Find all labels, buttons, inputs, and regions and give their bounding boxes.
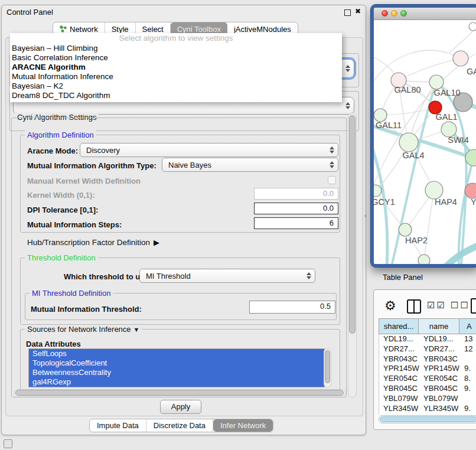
bottom-tab-discretize-data[interactable]: Discretize Data (146, 419, 213, 432)
table-row[interactable]: YPR145WYPR145W9. (379, 364, 476, 374)
network-node[interactable] (453, 51, 468, 66)
control-panel-window: Control Panel ✖ NetworkStyleSelectCyni T… (1, 5, 366, 435)
table-cell: YBL079W (379, 394, 419, 404)
bottom-tab-infer-network[interactable]: Infer Network (213, 419, 273, 432)
table-body: YDL19...YDL19...13YDR27...YDR27...12YBR0… (379, 334, 476, 415)
dpi-tolerance-label: DPI Tolerance [0,1]: (27, 206, 98, 214)
table-row[interactable]: YBR045CYBR045C9. (379, 384, 476, 394)
dropdown-item[interactable]: Bayesian – K2 (10, 81, 342, 91)
table-row[interactable]: YBL079WYBL079W (379, 394, 476, 404)
gear-icon[interactable]: ⚙ (384, 298, 396, 313)
table-cell: YIL052C (379, 413, 419, 415)
zoom-traffic-light[interactable] (400, 10, 407, 17)
manual-kernel-label: Manual Kernel Width Definition (27, 177, 141, 185)
network-canvas[interactable]: GALGAL80GAL10GAL1GAL11SWI4GAL4GCY1HAP4YH… (374, 20, 476, 264)
table-row[interactable]: YDL19...YDL19...13 (379, 334, 476, 344)
table-column-header[interactable]: shared... (379, 318, 419, 334)
tab-label: Cyni Toolbox (177, 25, 221, 34)
table-cell: YER054C (419, 374, 460, 384)
tab-label: Network (70, 25, 98, 34)
network-node[interactable] (418, 255, 430, 264)
network-view-window[interactable]: GALGAL80GAL10GAL1GAL11SWI4GAL4GCY1HAP4YH… (371, 5, 476, 267)
network-node[interactable] (425, 181, 443, 199)
which-threshold-label: Which threshold to use: (64, 272, 151, 281)
settings-vertical-scrollbar[interactable] (348, 113, 357, 397)
sources-group-title[interactable]: Sources for Network Inference▼ (25, 325, 142, 334)
data-attributes-list[interactable]: SelfLoopsTopologicalCoefficientBetweenne… (28, 348, 325, 387)
columns-icon[interactable] (407, 299, 421, 314)
hub-definition-toggle[interactable]: Hub/Transcription Factor Definition▶ (27, 238, 159, 247)
network-node-label: Y (471, 197, 476, 207)
table-panel-title: Table Panel (383, 273, 423, 282)
network-node-label: HAP2 (405, 236, 428, 245)
table-horizontal-scrollbar[interactable] (379, 415, 476, 423)
table-cell: YBR045C (379, 384, 419, 394)
network-node[interactable] (374, 109, 387, 122)
settings-horizontal-scrollbar[interactable] (14, 389, 346, 396)
minimize-traffic-light[interactable] (391, 10, 397, 17)
aracne-mode-combo[interactable]: Discovery (80, 143, 338, 157)
table-column-header[interactable]: A (459, 318, 476, 334)
scrollbar-thumb[interactable] (349, 115, 356, 334)
algorithm-dropdown-placeholder: Select algorithm to view settings (10, 33, 342, 44)
split-pane-collapse-icon[interactable]: ‹ (364, 211, 367, 220)
table-cell: 8. (460, 374, 476, 384)
network-node[interactable] (374, 185, 382, 197)
dropdown-item[interactable]: Dream8 DC_TDC Algorithm (10, 91, 342, 100)
kernel-width-field[interactable]: 0.0 (254, 188, 338, 200)
table-panel-window: ⚙ ☑☑ ☐☐ shared...nameA YDL19...YDL19...1… (373, 289, 476, 430)
tab-label: jActiveMNodules (234, 25, 291, 34)
combo-arrows-icon (342, 65, 350, 72)
network-node-label: GAL1 (435, 112, 457, 122)
dropdown-item[interactable]: Basic Correlation Inference (10, 53, 342, 63)
table-row[interactable]: YIL052CYIL052C0. (379, 413, 476, 415)
document-icon[interactable] (471, 298, 476, 314)
unchecked-boxes-icon[interactable]: ☐☐ (451, 300, 470, 311)
bottom-tab-impute-data[interactable]: Impute Data (90, 419, 146, 432)
checked-boxes-icon[interactable]: ☑☑ (427, 300, 446, 311)
table-row[interactable]: YLR345WYLR345W9. (379, 404, 476, 414)
attribute-item[interactable]: gal4RGexp (29, 377, 324, 387)
table-row[interactable]: YDR27...YDR27...12 (379, 344, 476, 354)
table-cell: 12 (460, 344, 476, 354)
attribute-item[interactable]: TopologicalCoefficient (29, 358, 324, 368)
table-row[interactable]: YER054CYER054C8. (379, 374, 476, 384)
attribute-item[interactable]: BetweennessCentrality (29, 368, 324, 377)
mi-steps-field[interactable]: 6 (254, 217, 338, 229)
close-traffic-light[interactable] (382, 10, 388, 17)
mi-type-combo[interactable]: Naive Bayes (162, 158, 338, 172)
dropdown-item[interactable]: Bayesian – Hill Climbing (10, 44, 342, 53)
which-threshold-combo[interactable]: MI Threshold (139, 269, 315, 283)
mi-threshold-field[interactable]: 0.5 (249, 301, 335, 314)
float-window-icon[interactable] (344, 9, 351, 16)
attribute-item[interactable]: SelfLoops (29, 349, 324, 358)
dropdown-item[interactable]: ARACNE Algorithm (10, 63, 342, 72)
algorithm-dropdown-list: Bayesian – Hill ClimbingBasic Correlatio… (10, 44, 342, 100)
table-column-header[interactable]: name (419, 318, 459, 334)
table-cell: YDL19... (419, 334, 460, 344)
network-node[interactable] (399, 223, 412, 236)
dpi-tolerance-field[interactable]: 0.0 (254, 203, 338, 214)
bottom-tab-bar: Impute DataDiscretize DataInfer Network (89, 419, 273, 432)
scrollbar-thumb[interactable] (15, 390, 344, 396)
network-node[interactable] (399, 133, 418, 152)
aracne-mode-value: Discovery (86, 146, 120, 155)
manual-kernel-checkbox[interactable] (328, 176, 336, 184)
table-row[interactable]: YBR043CYBR043C (379, 354, 476, 364)
network-node[interactable] (429, 75, 444, 89)
network-window-titlebar[interactable] (374, 8, 476, 20)
scrollbar-thumb[interactable] (325, 350, 330, 383)
network-node-label: GCY1 (374, 197, 395, 207)
apply-button[interactable]: Apply (160, 400, 201, 414)
network-node[interactable] (469, 22, 476, 31)
close-icon[interactable]: ✖ (355, 7, 361, 15)
dropdown-item[interactable]: Mutual Information Inference (10, 72, 342, 81)
scrollbar-thumb[interactable] (380, 416, 476, 422)
collapsed-panel-button[interactable] (4, 439, 12, 448)
attribute-list-scrollbar[interactable] (324, 348, 331, 387)
table-cell (460, 394, 476, 404)
network-node-label: HAP4 (435, 197, 457, 207)
combo-arrows-icon (326, 146, 334, 154)
table-cell: YER054C (379, 374, 419, 384)
table-cell (460, 354, 476, 364)
